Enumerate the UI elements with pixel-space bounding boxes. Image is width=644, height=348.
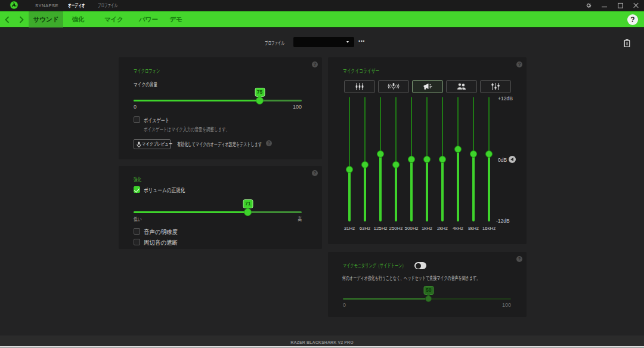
slider-min-label: 低い [134, 215, 141, 223]
eq-band-16kHz: 16kHz [481, 57, 497, 244]
voice-gate-description: ボイスゲートはマイク入力の音量を調整します。 [144, 126, 230, 134]
eq-freq-label: 250Hz [389, 226, 402, 231]
battery-icon [624, 39, 630, 47]
eq-fill [457, 149, 459, 221]
info-icon[interactable]: ? [312, 170, 318, 176]
toggle-knob [416, 263, 421, 269]
profile-menu-dots[interactable]: ••• [358, 37, 368, 47]
sidetone-toggle[interactable] [414, 262, 426, 269]
mic-preview-button[interactable]: マイクプレビュー [134, 139, 171, 149]
eq-band-500Hz: 500Hz [404, 57, 419, 244]
eq-fill [379, 154, 382, 221]
eq-freq-label: 16kHz [482, 226, 496, 231]
vocal-clarity-checkbox[interactable] [134, 228, 140, 235]
eq-knob[interactable] [485, 150, 493, 158]
eq-freq-label: 2kHz [437, 226, 448, 231]
synapse-window: SYNAPSE オーディオ プロファイル サウンド 強化 マイク パワー デモ … [0, 0, 644, 348]
eq-band-8kHz: 8kHz [466, 57, 481, 244]
slider-max-label: 高 [298, 215, 302, 223]
eq-freq-label: 4kHz [453, 226, 463, 231]
nav-back-icon[interactable] [1, 11, 13, 27]
eq-freq-label: 1kHz [422, 226, 432, 231]
eq-freq-label: 125Hz [373, 226, 387, 231]
slider-value-bubble: 75 [255, 88, 265, 97]
eq-band-250Hz: 250Hz [388, 57, 404, 244]
eq-knob[interactable] [392, 161, 400, 168]
slider-min-label: 0 [134, 104, 137, 110]
titlebar: SYNAPSE オーディオ プロファイル [0, 0, 644, 11]
mic-icon [137, 141, 141, 148]
eq-freq-label: 8kHz [468, 226, 479, 231]
eq-fill [410, 159, 413, 221]
help-icon[interactable]: ? [627, 14, 638, 25]
eq-knob[interactable] [454, 146, 462, 153]
tab-sound[interactable]: サウンド [29, 11, 63, 27]
vocal-clarity-label: 音声の明瞭度 [144, 228, 178, 236]
menu-audio[interactable]: オーディオ [68, 0, 85, 11]
eq-band-63Hz: 63Hz [357, 57, 373, 244]
slider-fill [134, 211, 248, 213]
eq-freq-label: 31Hz [344, 226, 355, 231]
eq-knob[interactable] [377, 150, 384, 158]
eq-band-4kHz: 4kHz [450, 57, 466, 244]
navbar: サウンド 強化 マイク パワー デモ [0, 11, 644, 27]
mic-volume-label: マイクの音量 [134, 81, 157, 89]
device-footer[interactable]: RAZER BLACKSHARK V2 PRO [0, 335, 644, 346]
volume-normalization-label: ボリュームの正規化 [144, 186, 185, 195]
eq-fill [395, 165, 397, 221]
eq-min-label: -12dB [496, 218, 510, 224]
tab-power[interactable]: パワー [135, 11, 162, 27]
menu-profile[interactable]: プロファイル [98, 0, 117, 11]
eq-knob[interactable] [346, 166, 353, 173]
eq-max-label: +12dB [498, 96, 513, 101]
eq-knob[interactable] [408, 156, 415, 163]
maximize-button[interactable] [614, 0, 627, 11]
eq-knob[interactable] [470, 150, 477, 158]
slider-value-bubble: 71 [243, 199, 253, 208]
info-icon[interactable]: ? [312, 61, 318, 67]
tab-demo[interactable]: デモ [163, 11, 188, 27]
eq-reset-button[interactable] [509, 156, 516, 163]
menu-synapse[interactable]: SYNAPSE [35, 0, 58, 11]
info-icon[interactable]: ? [266, 140, 272, 146]
equalizer-panel: マイクイコライザー ? [328, 57, 527, 244]
slider-fill [343, 298, 429, 300]
nav-forward-icon[interactable] [16, 11, 27, 27]
ambient-noise-checkbox[interactable] [134, 239, 140, 245]
eq-knob[interactable] [423, 156, 431, 163]
sidetone-description: 何のオーディオ強化も行うことなく、ヘッドセットで直接マイクの音声を聞きます。 [342, 275, 480, 282]
slider-knob[interactable] [244, 208, 252, 216]
device-name: RAZER BLACKSHARK V2 PRO [290, 340, 353, 344]
slider-max-label: 100 [293, 104, 302, 110]
eq-knob[interactable] [439, 156, 446, 163]
info-icon[interactable]: ? [516, 256, 522, 262]
tab-mic[interactable]: マイク [100, 11, 128, 27]
slider-fill [134, 100, 260, 101]
eq-freq-label: 63Hz [360, 226, 371, 231]
sidetone-panel: マイクモニタリング（サイドトーン） ? 何のオーディオ強化も行うことなく、ヘッド… [328, 252, 527, 317]
eq-fill [441, 159, 444, 221]
eq-freq-label: 500Hz [404, 226, 418, 231]
eq-fill [348, 170, 351, 221]
voice-gate-label: ボイスゲート [144, 116, 169, 125]
mic-preview-hint: 有効化してマイクのオーディオ設定をテストします [177, 141, 262, 149]
volume-normalization-checkbox[interactable] [134, 186, 140, 193]
enhancement-panel: 強化 ? ボリュームの正規化 71 低い 高 音声の明瞭度 周辺音の遮断 [119, 166, 322, 249]
profile-dropdown[interactable] [293, 37, 354, 47]
settings-gear-icon[interactable] [582, 0, 595, 11]
eq-band-31Hz: 31Hz [342, 57, 357, 244]
info-icon[interactable]: ? [516, 61, 522, 67]
slider-knob[interactable] [256, 97, 264, 104]
eq-band-1kHz: 1kHz [419, 57, 435, 244]
voice-gate-checkbox[interactable] [134, 116, 140, 123]
tab-enhancement[interactable]: 強化 [65, 11, 91, 27]
panel-title: マイクロフォン [134, 67, 160, 75]
minimize-button[interactable] [597, 0, 611, 11]
eq-knob[interactable] [361, 161, 369, 168]
slider-min-label: 0 [343, 302, 346, 308]
slider-knob[interactable] [425, 295, 432, 302]
profile-label: プロファイル [265, 39, 284, 47]
eq-fill [472, 154, 475, 221]
close-button[interactable] [629, 0, 642, 11]
slider-max-label: 100 [502, 302, 511, 308]
